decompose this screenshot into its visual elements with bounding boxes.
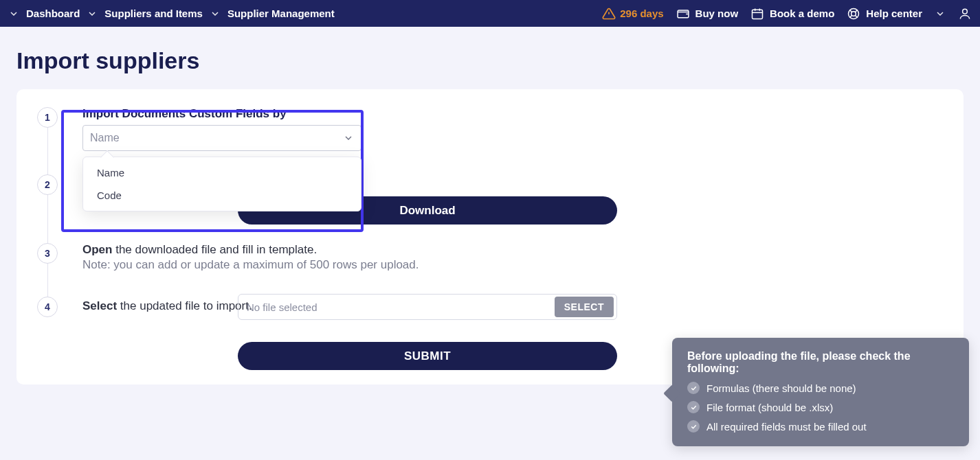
topbar: Dashboard Suppliers and Items Supplier M…: [0, 0, 980, 27]
svg-point-8: [851, 11, 856, 16]
chevron-down-icon: [343, 133, 354, 143]
tooltip-text: Formulas (there should be none): [706, 382, 856, 394]
step3-rest: the downloaded file and fill in template…: [112, 243, 317, 256]
upload-checklist-tooltip: Before uploading the file, please check …: [672, 338, 969, 446]
tooltip-item: All required fields must be filled out: [687, 420, 955, 433]
import-card: 1 Import Documents Custom Fields by Name…: [16, 89, 964, 384]
trial-days: 296 days: [620, 8, 663, 19]
buy-now-button[interactable]: Buy now: [676, 7, 739, 21]
user-icon[interactable]: [958, 7, 972, 21]
help-center-label: Help center: [866, 8, 922, 19]
step-number-2: 2: [37, 174, 58, 195]
chevron-down-icon[interactable]: [87, 8, 98, 19]
submit-button[interactable]: SUBMIT: [238, 342, 617, 370]
file-input[interactable]: No file selected SELECT: [238, 294, 617, 320]
step4-rest: the updated file to import.: [117, 299, 252, 312]
step4-bold: Select: [82, 299, 117, 312]
step3-note: Note: you can add or update a maximum of…: [82, 258, 419, 272]
step3-bold: Open: [82, 243, 112, 256]
tooltip-text: All required fields must be filled out: [706, 421, 867, 433]
import-by-select[interactable]: Name: [82, 125, 361, 151]
tooltip-item: Formulas (there should be none): [687, 382, 955, 394]
dropdown-option-code[interactable]: Code: [83, 184, 361, 207]
select-placeholder: Name: [90, 132, 120, 144]
svg-rect-3: [753, 10, 763, 19]
tooltip-arrow: [663, 384, 680, 402]
file-placeholder: No file selected: [238, 301, 555, 313]
breadcrumb: Dashboard Suppliers and Items Supplier M…: [8, 8, 335, 19]
step-number-3: 3: [37, 243, 58, 264]
step4-text: Select the updated file to import.: [82, 297, 261, 313]
buy-now-label: Buy now: [695, 8, 739, 19]
svg-point-13: [963, 9, 968, 14]
tooltip-title: Before uploading the file, please check …: [687, 350, 955, 375]
import-by-label: Import Documents Custom Fields by: [82, 107, 361, 121]
breadcrumb-page[interactable]: Supplier Management: [227, 8, 335, 19]
tooltip-item: File format (should be .xlsx): [687, 401, 955, 413]
wallet-icon: [676, 7, 690, 21]
check-icon: [687, 420, 700, 433]
chevron-down-icon[interactable]: [935, 8, 946, 19]
breadcrumb-section[interactable]: Suppliers and Items: [104, 8, 203, 19]
dropdown-option-name[interactable]: Name: [83, 161, 361, 184]
step-connector: [47, 195, 48, 243]
import-by-dropdown: Name Code: [82, 157, 361, 211]
help-center-button[interactable]: Help center: [847, 7, 922, 21]
file-select-button[interactable]: SELECT: [555, 297, 614, 317]
check-icon: [687, 382, 700, 394]
book-demo-button[interactable]: Book a demo: [750, 7, 834, 21]
step-number-1: 1: [37, 107, 58, 128]
check-icon: [687, 401, 700, 413]
step3-line1: Open the downloaded file and fill in tem…: [82, 243, 419, 257]
chevron-down-icon[interactable]: [8, 8, 19, 19]
page-title: Import suppliers: [16, 47, 964, 74]
tooltip-text: File format (should be .xlsx): [706, 402, 833, 413]
calendar-icon: [750, 7, 764, 21]
book-demo-label: Book a demo: [770, 8, 834, 19]
chevron-down-icon[interactable]: [210, 8, 221, 19]
trial-warning[interactable]: 296 days: [602, 7, 663, 21]
step-number-4: 4: [37, 297, 58, 317]
lifebuoy-icon: [847, 7, 860, 21]
warning-icon: [602, 7, 616, 21]
breadcrumb-dashboard[interactable]: Dashboard: [26, 8, 80, 19]
